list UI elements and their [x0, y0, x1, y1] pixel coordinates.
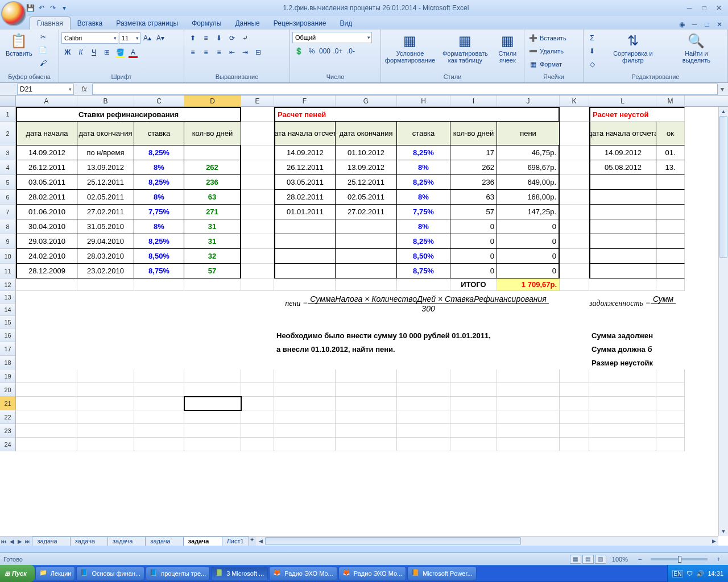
help-icon[interactable]: ◉ [677, 19, 687, 30]
cell[interactable] [241, 160, 274, 175]
start-button[interactable]: ⊞Пуск [0, 565, 35, 582]
taskbar-item[interactable]: 📘проценты тре... [146, 567, 210, 580]
cell[interactable] [16, 278, 77, 291]
cell[interactable] [274, 249, 336, 264]
expand-formula-icon[interactable]: ▾ [718, 85, 727, 93]
cell[interactable] [77, 410, 134, 424]
cell[interactable] [450, 369, 497, 383]
row-header[interactable]: 20 [0, 383, 16, 397]
cell[interactable]: 02.05.2011 [77, 190, 134, 205]
ribbon-minimize-icon[interactable]: ─ [689, 19, 700, 30]
cell[interactable]: 14.09.2012 [274, 146, 336, 160]
cell[interactable] [397, 369, 450, 383]
office-button[interactable] [1, 1, 26, 26]
cell[interactable]: 03.05.2011 [274, 175, 336, 190]
redo-icon[interactable]: ↷ [48, 3, 58, 13]
cell[interactable]: 02.05.2011 [336, 190, 397, 205]
cell[interactable]: 147,25р. [497, 205, 560, 219]
cell[interactable]: Расчет неустой [589, 107, 685, 122]
cell[interactable]: 8,25% [397, 234, 450, 249]
cell[interactable] [184, 146, 241, 160]
tab-insert[interactable]: Вставка [71, 17, 110, 30]
tab-formulas[interactable]: Формулы [185, 17, 228, 30]
cell[interactable] [656, 369, 685, 383]
cell[interactable] [656, 438, 685, 451]
cell[interactable] [589, 424, 656, 438]
ribbon-restore-icon[interactable]: □ [702, 19, 712, 30]
font-size-combo[interactable]: 11 [119, 32, 140, 44]
cell[interactable] [560, 356, 589, 369]
cell[interactable] [77, 438, 134, 451]
minimize-icon[interactable]: ─ [682, 3, 696, 13]
cell[interactable] [241, 424, 274, 438]
row-header[interactable]: 13 [0, 291, 16, 304]
cell[interactable] [184, 424, 241, 438]
cell[interactable] [241, 175, 274, 190]
taskbar-item[interactable]: 📗3 Microsoft ... [211, 567, 268, 580]
column-header[interactable]: C [134, 95, 184, 106]
cell[interactable]: 1 709,67р. [497, 278, 560, 291]
decrease-decimal-icon[interactable]: .0- [345, 45, 357, 57]
cell[interactable]: 8,75% [397, 264, 450, 278]
font-color-icon[interactable]: A [127, 46, 139, 59]
cell[interactable] [77, 397, 134, 410]
delete-cells-button[interactable]: ➖Удалить [527, 45, 566, 57]
cell[interactable]: 271 [184, 205, 241, 219]
scroll-down-icon[interactable]: ▼ [719, 527, 728, 536]
cell[interactable]: 28.03.2010 [77, 249, 134, 264]
cell[interactable] [397, 438, 450, 451]
cell[interactable] [497, 438, 560, 451]
row-header[interactable]: 10 [0, 249, 16, 264]
cell[interactable] [184, 278, 241, 291]
indent-dec-icon[interactable]: ⇤ [226, 46, 238, 59]
cell[interactable]: 8% [134, 219, 184, 234]
cell[interactable] [336, 234, 397, 249]
orientation-icon[interactable]: ⟳ [226, 32, 238, 44]
cell[interactable]: 8,50% [397, 249, 450, 264]
cell[interactable] [589, 205, 656, 219]
column-header[interactable]: M [656, 95, 685, 106]
cell[interactable] [497, 369, 560, 383]
cell[interactable]: 27.02.2011 [336, 205, 397, 219]
sheet-tab[interactable]: задача № 5 [183, 537, 222, 546]
cell[interactable] [241, 410, 274, 424]
cell[interactable] [241, 219, 274, 234]
cell[interactable]: 8,25% [134, 175, 184, 190]
column-header[interactable]: F [274, 95, 336, 106]
cell[interactable] [336, 249, 397, 264]
cell[interactable]: Сумма должна б [589, 342, 685, 356]
cell[interactable] [336, 369, 397, 383]
cell[interactable] [77, 369, 134, 383]
cell[interactable] [184, 383, 241, 397]
cell[interactable] [16, 383, 77, 397]
cell[interactable] [397, 383, 450, 397]
cell[interactable] [134, 424, 184, 438]
currency-icon[interactable]: 💲 [292, 45, 305, 57]
cell[interactable] [656, 264, 685, 278]
cell[interactable] [589, 438, 656, 451]
format-table-button[interactable]: ▦Форматировать как таблицу [438, 31, 493, 65]
tray-icon[interactable]: 🔊 [696, 570, 704, 577]
cell[interactable] [336, 438, 397, 451]
cell[interactable] [241, 369, 274, 383]
row-header[interactable]: 24 [0, 438, 16, 451]
comma-icon[interactable]: 000 [318, 45, 331, 57]
cell[interactable] [241, 146, 274, 160]
taskbar-item[interactable]: 🦊Радио ЭХО Мо... [269, 567, 337, 580]
cell[interactable]: 14.09.2012 [16, 146, 77, 160]
view-normal-icon[interactable]: ▦ [570, 555, 581, 564]
merge-icon[interactable]: ⊟ [252, 46, 264, 59]
cell[interactable]: 8% [397, 190, 450, 205]
horizontal-scrollbar[interactable]: ◀ ▶ [256, 536, 718, 546]
tab-pagelayout[interactable]: Разметка страницы [109, 17, 185, 30]
cell[interactable] [274, 397, 336, 410]
fill-color-icon[interactable]: 🪣 [114, 46, 126, 59]
cell[interactable] [336, 278, 397, 291]
cell[interactable]: 31.05.2010 [77, 219, 134, 234]
taskbar-item[interactable]: 📙Microsoft Power... [407, 567, 476, 580]
sort-filter-button[interactable]: ⇅Сортировка и фильтр [599, 31, 667, 65]
cell[interactable]: ставка [134, 122, 184, 146]
cell[interactable] [274, 410, 336, 424]
cell[interactable] [336, 383, 397, 397]
tab-review[interactable]: Рецензирование [267, 17, 333, 30]
